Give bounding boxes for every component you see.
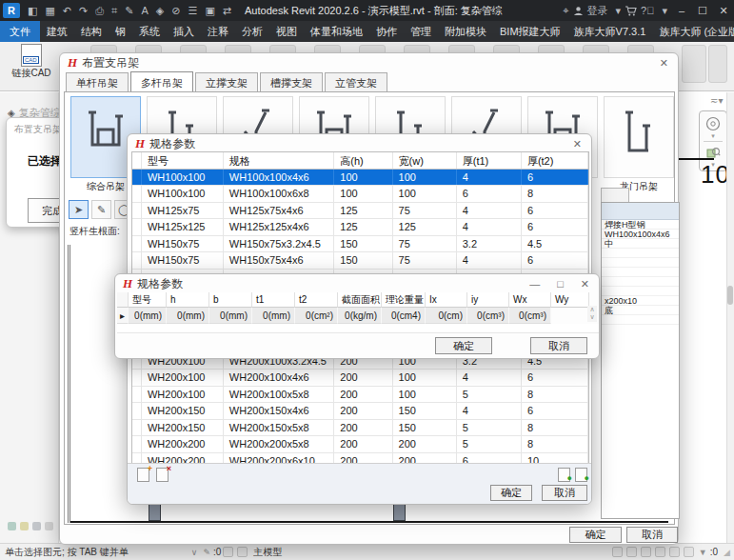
filter-funnel-icon[interactable]: ▼ bbox=[699, 548, 707, 557]
delete-row-doc-icon[interactable]: × bbox=[156, 468, 169, 482]
property-value-row[interactable]: 焊接H型钢 bbox=[602, 220, 679, 230]
ribbon-tab-分析[interactable]: 分析 bbox=[235, 21, 269, 42]
revit-logo-icon[interactable]: R bbox=[3, 3, 20, 18]
canvas-scrollbar-thumb[interactable] bbox=[727, 286, 733, 305]
section-icon[interactable]: ⊘ bbox=[168, 0, 184, 21]
file-tab[interactable]: 文件 bbox=[0, 21, 40, 42]
ribbon-tool-icon[interactable] bbox=[708, 45, 727, 83]
ribbon-tab-附加模块[interactable]: 附加模块 bbox=[438, 21, 493, 42]
drag-on-selection-icon[interactable] bbox=[669, 547, 680, 557]
spec-edit-cell[interactable]: 0(mm) bbox=[252, 308, 295, 324]
export-doc-icon[interactable]: ● bbox=[575, 468, 587, 482]
property-value-row[interactable]: 底 bbox=[602, 306, 679, 315]
layout-ok-button[interactable]: 确定 bbox=[569, 527, 622, 543]
close-button[interactable]: ✕ bbox=[713, 0, 734, 21]
spec-edit-maximize-icon[interactable]: □ bbox=[553, 278, 567, 290]
workset-caret-icon[interactable]: ∨ bbox=[191, 548, 198, 557]
view-filter-icon[interactable]: ≂▾ bbox=[710, 95, 723, 106]
maximize-button[interactable]: ☐ bbox=[692, 0, 713, 21]
spec-edit-cancel-button[interactable]: 取消 bbox=[530, 337, 587, 354]
text-icon[interactable]: A bbox=[137, 0, 151, 21]
view-3d-icon[interactable]: ◈ bbox=[152, 0, 168, 21]
property-value-row[interactable]: WH100x100x4x6 bbox=[602, 230, 679, 239]
windows-icon[interactable]: ▣ bbox=[201, 0, 218, 21]
main-model-label[interactable]: 主模型 bbox=[253, 546, 282, 559]
spec-edit-close-icon[interactable]: ✕ bbox=[577, 278, 593, 290]
ribbon-tool-icon[interactable] bbox=[682, 45, 706, 83]
spec-edit-cell[interactable]: 0(cm³) bbox=[467, 308, 509, 324]
property-value-row[interactable] bbox=[602, 268, 679, 277]
tab-单杆吊架[interactable]: 单杆吊架 bbox=[66, 72, 129, 92]
ribbon-tab-协作[interactable]: 协作 bbox=[369, 21, 404, 42]
spec-cancel-button[interactable]: 取消 bbox=[542, 485, 587, 501]
help-caret-icon[interactable]: ▾ bbox=[658, 0, 671, 21]
ribbon-tab-体量和场地[interactable]: 体量和场地 bbox=[304, 21, 369, 42]
ribbon-tab-族库大师 (企业版)[interactable]: 族库大师 (企业版) bbox=[652, 21, 734, 42]
spec-edit-cell[interactable]: 0(cm) bbox=[426, 308, 467, 324]
select-underlay-icon[interactable] bbox=[626, 547, 637, 557]
ribbon-tab-插入[interactable]: 插入 bbox=[167, 21, 201, 42]
spec-ok-button[interactable]: 确定 bbox=[490, 485, 532, 501]
spec-table-row[interactable]: WH150x75WH150x75x3.2x4.5150753.24.5 bbox=[132, 236, 588, 253]
spec-edit-ok-button[interactable]: 确定 bbox=[435, 337, 492, 354]
save-icon[interactable]: ▦ bbox=[41, 0, 58, 21]
spec-dialog-close-icon[interactable]: ✕ bbox=[569, 138, 585, 150]
ribbon-tab-管理[interactable]: 管理 bbox=[404, 21, 438, 42]
tab-立管支架[interactable]: 立管支架 bbox=[325, 72, 387, 92]
import-doc-icon[interactable]: ● bbox=[558, 468, 570, 482]
undo-icon[interactable]: ↶ bbox=[59, 0, 75, 21]
hanger-thumbnail-龙门吊架[interactable] bbox=[604, 96, 674, 178]
tab-立撑支架[interactable]: 立撑支架 bbox=[195, 72, 258, 92]
layout-cancel-button[interactable]: 取消 bbox=[626, 527, 678, 543]
sign-in-label[interactable]: 登录 bbox=[584, 0, 612, 21]
search-binoculars-icon[interactable]: ⌖ bbox=[559, 0, 572, 21]
tab-槽撑支架[interactable]: 槽撑支架 bbox=[260, 72, 323, 92]
spec-table-row[interactable]: WH125x125WH125x125x4x612512546 bbox=[132, 219, 588, 236]
ribbon-tab-结构[interactable]: 结构 bbox=[74, 21, 109, 42]
ribbon-tab-系统[interactable]: 系统 bbox=[132, 21, 167, 42]
view-control-bar[interactable] bbox=[8, 522, 53, 530]
user-icon[interactable] bbox=[573, 6, 584, 16]
ribbon-tab-BIM报建大师[interactable]: BIM报建大师 bbox=[493, 21, 567, 42]
spec-edit-minimize-icon[interactable]: — bbox=[526, 278, 544, 290]
spec-edit-cell[interactable]: 0(kg/m) bbox=[338, 308, 382, 324]
select-cursor-icon[interactable]: ➤ bbox=[69, 200, 89, 219]
select-by-face-icon[interactable] bbox=[655, 547, 665, 557]
ribbon-tab-注释[interactable]: 注释 bbox=[201, 21, 235, 42]
workset-edit-icon[interactable]: ✎ bbox=[203, 548, 210, 557]
spec-edit-cell[interactable]: 0(mm) bbox=[209, 308, 252, 324]
editing-requests-icon[interactable] bbox=[223, 547, 233, 557]
select-links-icon[interactable] bbox=[612, 547, 623, 557]
minimize-button[interactable]: – bbox=[671, 0, 692, 21]
help-icon[interactable]: ?⃝ bbox=[637, 0, 658, 21]
spec-edit-cell[interactable]: 0(cm³) bbox=[509, 308, 551, 324]
navbar-caret-icon[interactable]: ▾ bbox=[711, 133, 715, 139]
draw-icon[interactable]: ✎ bbox=[121, 0, 137, 21]
spec-edit-cell[interactable]: 0(cm²) bbox=[295, 308, 338, 324]
sign-in-caret-icon[interactable]: ▾ bbox=[612, 0, 625, 21]
canvas-vertical-scrollbar[interactable] bbox=[726, 92, 734, 543]
select-pinned-icon[interactable] bbox=[641, 547, 651, 557]
spec-table-row[interactable]: WH200x150WH200x150x5x820015058 bbox=[132, 420, 588, 437]
spec-table-row[interactable]: WH200x150WH200x150x4x620015046 bbox=[132, 403, 588, 420]
property-value-row[interactable]: x200x10 bbox=[602, 296, 679, 306]
property-value-row[interactable] bbox=[602, 249, 679, 258]
spec-table-row[interactable]: WH200x100WH200x100x5x820010058 bbox=[132, 387, 588, 404]
spec-edit-cell[interactable]: 0(cm4) bbox=[382, 308, 426, 324]
property-value-row[interactable] bbox=[602, 315, 679, 325]
spec-table-row[interactable]: WH100x100WH100x100x4x610010046 bbox=[132, 170, 588, 187]
spec-edit-cell[interactable]: ▸ bbox=[117, 308, 129, 324]
property-value-row[interactable] bbox=[602, 277, 679, 287]
tab-多杆吊架[interactable]: 多杆吊架 bbox=[130, 71, 193, 91]
measure-icon[interactable]: ⌗ bbox=[108, 0, 121, 21]
ribbon-tab-视图[interactable]: 视图 bbox=[269, 21, 304, 42]
switch-icon[interactable]: ⇄ bbox=[219, 0, 235, 21]
add-row-doc-icon[interactable]: + bbox=[137, 468, 149, 482]
filter-icon[interactable] bbox=[684, 547, 694, 557]
property-value-row[interactable]: 中 bbox=[602, 239, 679, 249]
spec-table-row[interactable]: WH150x75WH150x75x4x61507546 bbox=[132, 252, 588, 270]
open-file-icon[interactable]: ◧ bbox=[24, 0, 41, 21]
link-cad-tool[interactable]: CAD 链接CAD bbox=[8, 44, 55, 90]
property-value-row[interactable] bbox=[602, 258, 679, 268]
spec-table-row[interactable]: WH100x100WH100x100x6x810010068 bbox=[132, 186, 588, 203]
